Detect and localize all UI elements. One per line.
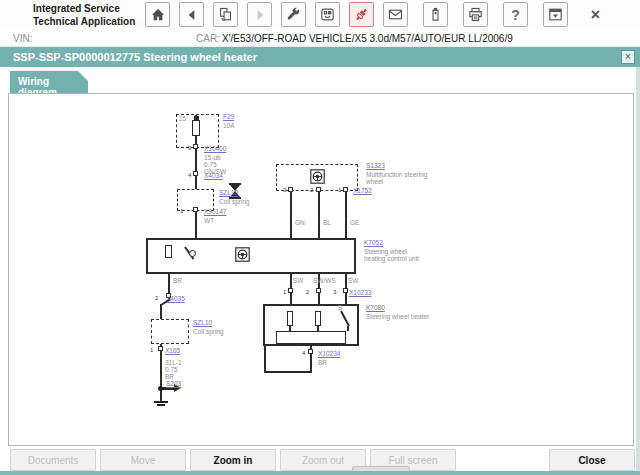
wire-label: Multifunction steering	[366, 171, 427, 178]
footer-button-move: Move	[100, 449, 186, 471]
connector-pin	[193, 207, 198, 212]
app-title: Integrated Service Technical Application	[33, 3, 135, 28]
component-code-link[interactable]: X1752	[353, 187, 372, 194]
component-code-link[interactable]: X10400	[204, 145, 226, 152]
wire-label: 15-ub	[204, 154, 221, 161]
wire-label: B	[338, 304, 342, 311]
wire	[289, 326, 291, 331]
mail-button[interactable]	[383, 2, 408, 27]
wire-label: WT	[204, 217, 214, 224]
pin-number: 3	[283, 187, 286, 193]
window-restore-button[interactable]	[543, 2, 568, 27]
wire	[195, 211, 197, 238]
ground-bar	[157, 404, 165, 406]
wire-label: wheel	[366, 178, 383, 185]
fuse-cap	[194, 116, 199, 120]
heater-element-symbol	[315, 311, 321, 326]
documents-pair-button[interactable]	[213, 2, 238, 27]
wire-label: GE	[350, 219, 359, 226]
wire	[264, 371, 312, 373]
component-code-link[interactable]: K7052	[364, 239, 383, 246]
wire-label: SW/WS	[313, 277, 336, 284]
pin-number: 4	[302, 350, 305, 356]
home-button[interactable]	[145, 2, 170, 27]
component-code-link[interactable]: X10233	[349, 289, 371, 296]
component-code-link[interactable]: SZL10	[219, 189, 238, 196]
panel-title: SSP-SSP-SP0000012775 Steering wheel heat…	[13, 51, 257, 63]
component-code-link[interactable]: X4035	[166, 295, 185, 302]
wire	[264, 346, 266, 373]
print-button[interactable]	[463, 2, 488, 27]
vehicle-connector-button[interactable]	[349, 2, 374, 27]
obd-connection-button[interactable]	[315, 2, 340, 27]
wire-label: 10A	[223, 122, 235, 129]
connector-pin	[343, 288, 348, 293]
app-title-line2: Technical Application	[33, 16, 135, 29]
panel-close-icon[interactable]: ×	[621, 50, 635, 64]
wire-label: Steering wheel heater	[366, 313, 429, 320]
resistor-symbol	[165, 245, 172, 258]
wire-label: BL	[323, 219, 331, 226]
wire-label: BR	[165, 373, 174, 380]
window-edge-bottom	[0, 471, 640, 475]
pin-number: 2	[155, 295, 158, 301]
documents-pair-icon	[217, 6, 234, 23]
footer-button-close[interactable]: Close	[549, 449, 635, 471]
wire	[345, 191, 347, 238]
component-code-link[interactable]: SZL10	[193, 319, 212, 326]
wire	[195, 148, 197, 189]
heater-element-symbol	[287, 311, 293, 326]
wire-label: 31L-1	[165, 359, 182, 366]
component-code-link[interactable]: S1323	[366, 162, 385, 169]
heating-control-unit-box	[146, 238, 356, 274]
car-label: CAR:	[196, 33, 220, 44]
connector-pin	[343, 187, 348, 192]
pin-number: 1	[180, 208, 183, 214]
component-code-link[interactable]: X10234	[318, 350, 340, 357]
pin-number: 3	[333, 289, 336, 295]
component-code-link[interactable]: X165	[165, 347, 180, 354]
printer-icon	[467, 6, 484, 23]
wire	[290, 191, 292, 238]
footer-button-documents: Documents	[10, 449, 96, 471]
component-code-link[interactable]: K7080	[366, 304, 385, 311]
connector-pin	[316, 288, 321, 293]
pin-number: 2	[306, 289, 309, 295]
wire-label: Steering wheel	[364, 248, 407, 255]
header: Integrated Service Technical Application	[0, 0, 640, 30]
mail-icon	[387, 6, 404, 23]
component-code-link[interactable]: S203	[166, 380, 181, 387]
wire-label: 0.75	[204, 161, 217, 168]
connector-pin	[308, 349, 313, 354]
pin-number: 1	[283, 289, 286, 295]
connector-pin	[158, 346, 163, 351]
help-button[interactable]: ?	[503, 2, 528, 27]
component-code-link[interactable]: X4034	[204, 172, 223, 179]
pin-number: 9	[188, 145, 191, 151]
wire-label: 15	[179, 115, 186, 122]
steering-wheel-icon	[310, 169, 325, 188]
vin-label: VIN:	[13, 33, 32, 44]
wire-label: Coil spring	[219, 198, 250, 205]
obd-connector-icon	[319, 6, 336, 23]
window-edge-right	[636, 67, 640, 471]
tab-wiring-diagram[interactable]: Wiring diagram	[10, 71, 88, 93]
heater-frame	[276, 331, 346, 344]
steering-wheel-icon	[235, 247, 250, 266]
connector-pin	[288, 288, 293, 293]
close-app-button[interactable]: ×	[583, 2, 608, 27]
wire	[160, 344, 162, 401]
component-code-link[interactable]: F29	[223, 113, 234, 120]
wire	[317, 326, 319, 331]
wire	[318, 191, 320, 238]
service-functions-button[interactable]	[281, 2, 306, 27]
forward-button[interactable]	[247, 2, 272, 27]
battery-icon	[427, 6, 444, 23]
ground-arrow-shaft	[162, 387, 174, 390]
component-code-link[interactable]: X90147	[204, 208, 226, 215]
wiring-diagram[interactable]: F2910A159X1040015-ub0.75GN/SW4X4034SZL10…	[9, 98, 633, 445]
pin-number: 1	[338, 187, 341, 193]
battery-button[interactable]	[423, 2, 448, 27]
back-button[interactable]	[179, 2, 204, 27]
footer-button-zoom-in[interactable]: Zoom in	[190, 449, 276, 471]
